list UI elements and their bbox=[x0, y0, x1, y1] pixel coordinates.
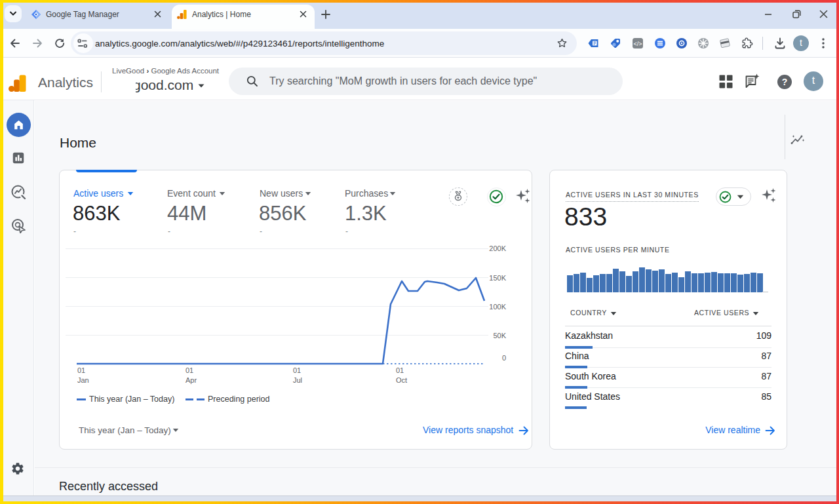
svg-text:</>: </> bbox=[633, 41, 642, 47]
